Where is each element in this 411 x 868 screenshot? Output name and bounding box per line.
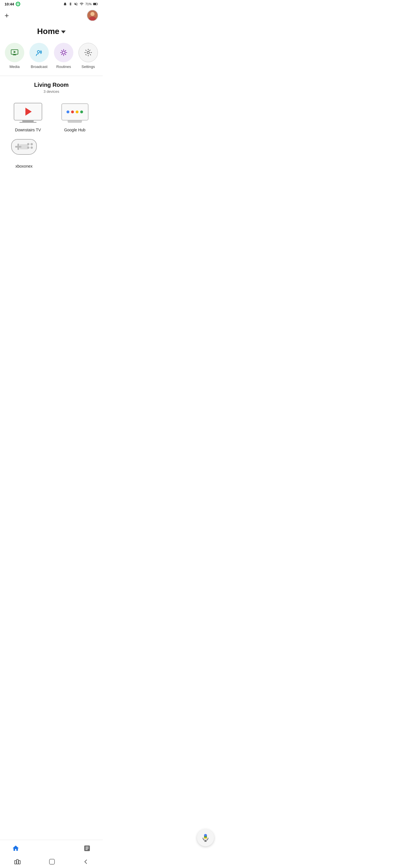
avatar[interactable] (87, 10, 98, 21)
svg-point-10 (37, 51, 40, 53)
svg-marker-7 (14, 51, 16, 53)
routines-label: Routines (56, 65, 71, 69)
gamepad-body (11, 139, 37, 155)
spotify-icon (16, 2, 20, 6)
alarm-icon (63, 2, 67, 6)
svg-point-20 (87, 52, 89, 54)
room-section: Living Room 3 devices Downstairs TV (0, 82, 103, 168)
svg-line-18 (65, 51, 66, 51)
tv-screen (14, 103, 42, 121)
status-left: 10:44 (5, 2, 20, 6)
svg-line-16 (62, 51, 62, 51)
tv-stand (22, 121, 34, 122)
status-right: 71% (63, 2, 98, 6)
hub-icon-box (58, 100, 92, 125)
add-button[interactable]: + (5, 12, 9, 19)
signal-icon (80, 2, 84, 6)
routines-circle (54, 43, 73, 62)
room-title: Living Room (5, 82, 98, 88)
svg-rect-8 (13, 54, 16, 55)
svg-point-5 (91, 12, 94, 16)
home-title-section: Home (0, 25, 103, 43)
home-title-text: Home (37, 27, 59, 36)
device-tv-label: Downstairs TV (15, 128, 41, 132)
hub-screen (61, 103, 89, 121)
broadcast-label: Broadcast (31, 65, 48, 69)
tv-base (20, 122, 36, 123)
hub-dot-blue (66, 111, 69, 113)
device-xbox-label: xboxonex (15, 164, 33, 168)
gamepad-dpad (15, 144, 22, 151)
bluetooth-icon (68, 2, 72, 6)
routines-icon (59, 48, 68, 57)
settings-icon (84, 48, 92, 57)
device-row-xbox: xboxonex (5, 137, 98, 168)
spacer (0, 168, 103, 220)
action-settings[interactable]: Settings (78, 43, 98, 69)
device-grid: Downstairs TV Google Hub (5, 100, 98, 132)
action-routines[interactable]: Routines (54, 43, 73, 69)
tv-icon (14, 103, 42, 123)
svg-point-11 (62, 51, 65, 54)
battery-percentage: 71% (85, 2, 92, 6)
svg-rect-9 (13, 55, 16, 55)
hub-base (68, 121, 82, 123)
broadcast-icon (35, 48, 44, 57)
room-device-count: 3 devices (5, 89, 98, 94)
device-downstairs-tv[interactable]: Downstairs TV (7, 100, 49, 132)
svg-rect-1 (93, 3, 96, 5)
svg-line-19 (62, 54, 62, 55)
svg-rect-22 (15, 146, 22, 148)
status-bar: 10:44 71% (0, 0, 103, 7)
media-label: Media (9, 65, 20, 69)
top-bar: + (0, 7, 103, 25)
svg-line-17 (65, 54, 66, 55)
device-hub-label: Google Hub (64, 128, 86, 132)
gamepad-icon-box (7, 137, 41, 161)
hub-dot-yellow (76, 111, 78, 113)
broadcast-circle (29, 43, 49, 62)
media-icon (10, 48, 19, 57)
tv-icon-box (11, 100, 45, 125)
time-display: 10:44 (5, 2, 14, 6)
device-google-hub[interactable]: Google Hub (54, 100, 96, 132)
battery-icon (93, 2, 98, 6)
gamepad-abxy (27, 143, 33, 149)
quick-actions: Media Broadcast (0, 43, 103, 76)
media-circle (5, 43, 24, 62)
mute-icon (74, 2, 78, 6)
device-xbox[interactable]: xboxonex (7, 137, 41, 168)
action-broadcast[interactable]: Broadcast (29, 43, 49, 69)
action-media[interactable]: Media (5, 43, 24, 69)
settings-label: Settings (82, 65, 95, 69)
hub-dot-green (80, 111, 83, 113)
home-title: Home (37, 27, 66, 36)
hub-icon (61, 103, 89, 123)
gamepad-icon (11, 139, 37, 159)
tv-play-icon (25, 107, 32, 116)
hub-dot-red (71, 111, 74, 113)
home-title-button[interactable]: Home (37, 27, 66, 36)
settings-circle (78, 43, 98, 62)
chevron-down-icon (61, 31, 66, 33)
